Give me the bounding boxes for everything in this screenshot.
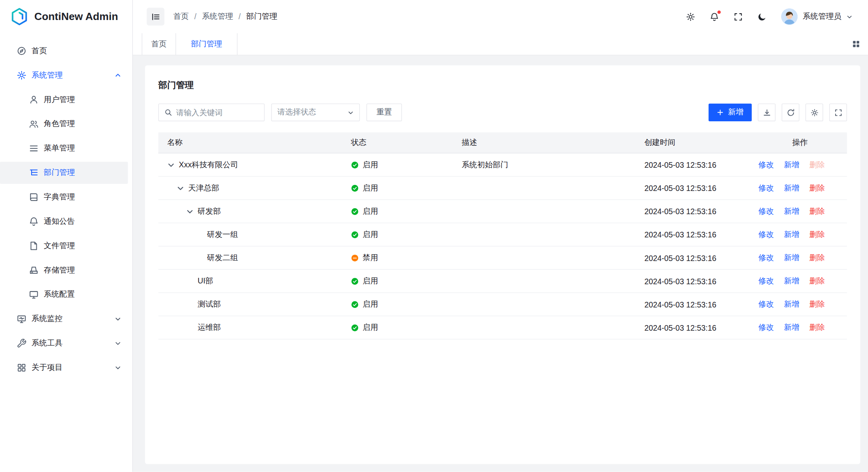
- file-icon: [29, 241, 39, 251]
- add-link[interactable]: 新增: [784, 206, 800, 216]
- main-area: 首页/系统管理/部门管理: [133, 0, 868, 472]
- breadcrumb-item[interactable]: 首页: [173, 12, 189, 22]
- status-select[interactable]: 请选择状态: [271, 104, 360, 121]
- status-enabled-icon: [351, 161, 359, 169]
- reset-button[interactable]: 重置: [367, 104, 402, 121]
- delete-link[interactable]: 删除: [809, 253, 825, 263]
- sidebar-item-dict-management[interactable]: 字典管理: [0, 186, 128, 208]
- sidebar-item-system-management[interactable]: 系统管理: [0, 64, 128, 86]
- breadcrumb-item[interactable]: 系统管理: [202, 12, 233, 22]
- expand-icon: [834, 108, 842, 116]
- dept-name-cell: UI部: [158, 276, 342, 286]
- storage-icon: [29, 265, 39, 275]
- column-header-status: 状态: [342, 138, 453, 148]
- created-time-cell: 2024-05-03 12:53:16: [635, 277, 753, 285]
- edit-link[interactable]: 修改: [758, 160, 774, 170]
- export-download-button[interactable]: [758, 104, 776, 121]
- delete-link[interactable]: 删除: [809, 206, 825, 216]
- refresh-button[interactable]: [782, 104, 799, 121]
- fullscreen-icon[interactable]: [734, 12, 743, 22]
- add-link[interactable]: 新增: [784, 160, 800, 170]
- add-link[interactable]: 新增: [784, 229, 800, 239]
- row-actions: 修改新增删除: [753, 299, 847, 309]
- expander-placeholder: [195, 254, 203, 261]
- row-expand-toggle-icon[interactable]: [167, 161, 175, 169]
- sidebar-item-file-management[interactable]: 文件管理: [0, 235, 128, 257]
- notification-dot: [718, 10, 721, 14]
- bell-icon: [29, 217, 39, 227]
- dark-mode-moon-icon[interactable]: [757, 12, 767, 22]
- delete-link[interactable]: 删除: [809, 276, 825, 286]
- expander-placeholder: [186, 324, 194, 331]
- sidebar-item-label: 系统工具: [32, 338, 62, 348]
- tab-home[interactable]: 首页: [142, 33, 176, 55]
- table-row: UI部启用2024-05-03 12:53:16修改新增删除: [158, 270, 847, 293]
- sidebar-item-notice-management[interactable]: 通知公告: [0, 211, 128, 233]
- edit-link[interactable]: 修改: [758, 229, 774, 239]
- add-link[interactable]: 新增: [784, 276, 800, 286]
- status-enabled-icon: [351, 207, 359, 215]
- delete-link[interactable]: 删除: [809, 229, 825, 239]
- sidebar-item-department-management[interactable]: 部门管理: [0, 162, 128, 184]
- created-time-cell: 2024-05-03 12:53:16: [635, 230, 753, 239]
- status-label: 启用: [363, 299, 378, 309]
- notification-bell-icon[interactable]: [710, 12, 719, 22]
- sidebar-collapse-button[interactable]: [147, 8, 164, 25]
- add-button[interactable]: 新增: [709, 104, 752, 121]
- sidebar-item-about-project[interactable]: 关于项目: [0, 357, 128, 379]
- add-link[interactable]: 新增: [784, 323, 800, 333]
- row-expand-toggle-icon[interactable]: [186, 207, 194, 215]
- status-label: 启用: [363, 206, 378, 216]
- user-menu[interactable]: 系统管理员: [781, 8, 852, 25]
- sidebar-item-system-config[interactable]: 系统配置: [0, 283, 128, 305]
- add-link[interactable]: 新增: [784, 299, 800, 309]
- sidebar-item-storage-management[interactable]: 存储管理: [0, 259, 128, 281]
- sidebar-item-label: 存储管理: [44, 265, 74, 275]
- dept-name-cell: Xxx科技有限公司: [158, 160, 342, 170]
- delete-link[interactable]: 删除: [809, 183, 825, 193]
- keyword-search-input[interactable]: [176, 108, 259, 117]
- edit-link[interactable]: 修改: [758, 299, 774, 309]
- sidebar-item-label: 用户管理: [44, 95, 74, 105]
- sidebar-item-system-tools[interactable]: 系统工具: [0, 332, 128, 354]
- edit-link[interactable]: 修改: [758, 276, 774, 286]
- breadcrumb-item[interactable]: 部门管理: [246, 12, 277, 22]
- edit-link[interactable]: 修改: [758, 183, 774, 193]
- toolbar: 请选择状态 重置 新增: [158, 104, 847, 121]
- status-cell: 启用: [342, 276, 453, 286]
- sidebar-item-role-management[interactable]: 角色管理: [0, 113, 128, 135]
- sidebar-item-menu-management[interactable]: 菜单管理: [0, 137, 128, 159]
- gear-icon: [810, 108, 818, 116]
- chevron-down-icon: [114, 364, 121, 371]
- add-link[interactable]: 新增: [784, 183, 800, 193]
- delete-link[interactable]: 删除: [809, 160, 825, 170]
- sidebar-item-system-monitor[interactable]: 系统监控: [0, 308, 128, 330]
- sidebar-item-label: 首页: [32, 46, 47, 56]
- delete-link[interactable]: 删除: [809, 323, 825, 333]
- logo-area[interactable]: ContiNew Admin: [0, 0, 132, 33]
- table-settings-button[interactable]: [806, 104, 823, 121]
- sidebar-item-label: 角色管理: [44, 119, 74, 129]
- edit-link[interactable]: 修改: [758, 323, 774, 333]
- table-fullscreen-button[interactable]: [829, 104, 847, 121]
- status-enabled-icon: [351, 184, 359, 192]
- sidebar-item-home[interactable]: 首页: [0, 40, 128, 62]
- expander-placeholder: [186, 277, 194, 285]
- edit-link[interactable]: 修改: [758, 206, 774, 216]
- settings-icon[interactable]: [686, 12, 696, 22]
- row-expand-toggle-icon[interactable]: [176, 184, 184, 192]
- book-icon: [29, 192, 39, 202]
- delete-link[interactable]: 删除: [809, 299, 825, 309]
- status-enabled-icon: [351, 324, 359, 331]
- tab-department[interactable]: 部门管理: [176, 33, 238, 55]
- chevron-down-icon: [114, 340, 121, 347]
- add-link[interactable]: 新增: [784, 253, 800, 263]
- sidebar-item-label: 系统监控: [32, 314, 62, 324]
- dept-name-cell: 运维部: [158, 323, 342, 333]
- app-title: ContiNew Admin: [34, 10, 118, 22]
- tab-layout-grid-icon[interactable]: [852, 40, 860, 48]
- sidebar-item-label: 字典管理: [44, 192, 74, 202]
- sidebar-item-user-management[interactable]: 用户管理: [0, 88, 128, 110]
- edit-link[interactable]: 修改: [758, 253, 774, 263]
- row-actions: 修改新增删除: [753, 323, 847, 333]
